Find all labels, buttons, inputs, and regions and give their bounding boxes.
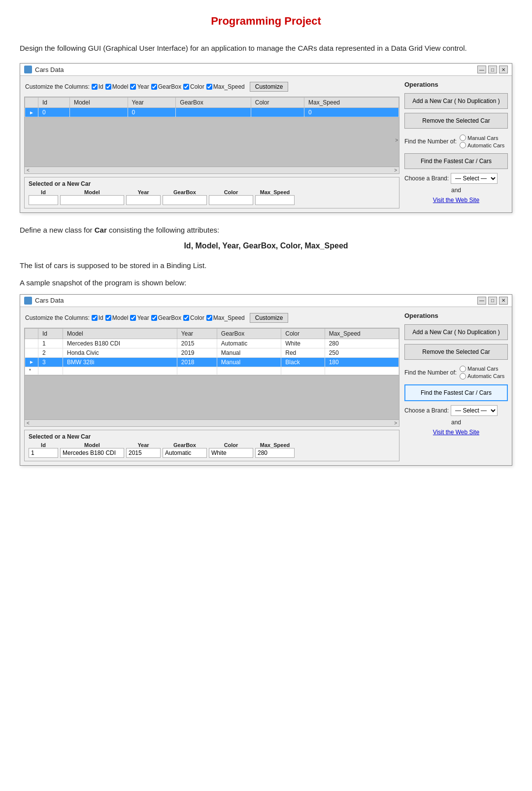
radio-manual-1[interactable]: Manual Cars bbox=[460, 135, 504, 141]
choose-brand-row-1: Choose a Brand: — Select — bbox=[404, 173, 508, 184]
label-year-1: Year bbox=[126, 189, 161, 195]
check-color-1[interactable]: Color bbox=[183, 83, 204, 90]
grid-empty-area-1: > bbox=[25, 117, 399, 167]
brand-select-1[interactable]: — Select — bbox=[451, 173, 498, 184]
description-2: Define a new class for Car consisting th… bbox=[20, 224, 512, 237]
input-color-2[interactable] bbox=[209, 448, 253, 458]
grid-cell-maxspeed: 0 bbox=[304, 108, 399, 117]
check-maxspeed-1[interactable]: Max_Speed bbox=[206, 83, 245, 90]
radio-manual-2[interactable]: Manual Cars bbox=[460, 366, 504, 372]
input-year-1[interactable] bbox=[126, 195, 161, 205]
input-id-2[interactable] bbox=[29, 448, 58, 458]
check-id-1[interactable]: Id bbox=[92, 83, 103, 90]
input-model-2[interactable] bbox=[60, 448, 124, 458]
title-bar-2: Cars Data — □ ✕ bbox=[20, 295, 512, 307]
operations-title-2: Operations bbox=[404, 312, 508, 319]
add-car-button-2[interactable]: Add a New Car ( No Duplication ) bbox=[404, 324, 508, 340]
visit-web-site-2[interactable]: Visit the Web Site bbox=[404, 429, 508, 436]
input-color-1[interactable] bbox=[209, 195, 253, 205]
check-year-1[interactable]: Year bbox=[130, 83, 149, 90]
grid-cell-year bbox=[177, 367, 217, 375]
minimize-btn-2[interactable]: — bbox=[477, 297, 486, 305]
check-model-1[interactable]: Model bbox=[105, 83, 129, 90]
remove-car-button-2[interactable]: Remove the Selected Car bbox=[404, 344, 508, 360]
find-fastest-button-1[interactable]: Find the Fastest Car / Cars bbox=[404, 153, 508, 169]
label-gearbox-1: GearBox bbox=[163, 189, 207, 195]
grid-cell-color: Black bbox=[281, 357, 325, 367]
data-grid-1: Id Model Year GearBox Color Max_Speed ► … bbox=[24, 97, 399, 174]
table-row[interactable]: ► 0 0 0 bbox=[25, 108, 399, 117]
check-gearbox-1[interactable]: GearBox bbox=[151, 83, 181, 90]
maximize-btn-1[interactable]: □ bbox=[488, 66, 497, 73]
scroll-bar-2[interactable]: < > bbox=[25, 419, 399, 426]
table-row[interactable]: 2 Honda Civic 2019 Manual Red 250 bbox=[25, 348, 399, 357]
customize-button-1[interactable]: Customize bbox=[250, 82, 289, 92]
scroll-right-arrow-1: > bbox=[392, 168, 399, 173]
remove-car-button-1[interactable]: Remove the Selected Car bbox=[404, 113, 508, 129]
input-gearbox-1[interactable] bbox=[163, 195, 207, 205]
window-icon-2 bbox=[24, 297, 32, 305]
scroll-bar-1[interactable]: < > bbox=[25, 167, 399, 173]
maximize-btn-2[interactable]: □ bbox=[488, 297, 497, 305]
scroll-left-arrow-1: < bbox=[25, 168, 32, 173]
check-id-2[interactable]: Id bbox=[92, 314, 103, 321]
table-row[interactable]: 1 Mercedes B180 CDI 2015 Automatic White… bbox=[25, 339, 399, 348]
visit-web-site-1[interactable]: Visit the Web Site bbox=[404, 197, 508, 204]
grid-empty-area-2 bbox=[25, 375, 399, 419]
right-panel-1: Operations Add a New Car ( No Duplicatio… bbox=[404, 80, 508, 208]
input-id-1[interactable] bbox=[29, 195, 58, 205]
grid-header-indicator-2 bbox=[25, 328, 38, 339]
selected-car-section-2: Selected or a New Car Id Model Year Gear… bbox=[24, 430, 399, 461]
check-maxspeed-2[interactable]: Max_Speed bbox=[206, 314, 245, 321]
selected-car-labels-2: Id Model Year GearBox Color Max_Speed bbox=[29, 442, 395, 448]
grid-header-gearbox-1: GearBox bbox=[176, 98, 251, 108]
grid-cell-year: 2018 bbox=[177, 357, 217, 367]
description-1: Design the following GUI (Graphical User… bbox=[20, 42, 512, 54]
table-row[interactable]: * bbox=[25, 367, 399, 375]
input-maxspeed-1[interactable] bbox=[255, 195, 295, 205]
brand-select-2[interactable]: — Select — bbox=[451, 405, 498, 416]
grid-header-row-1: Id Model Year GearBox Color Max_Speed bbox=[25, 98, 399, 108]
label-model-1: Model bbox=[60, 189, 124, 195]
window-body-1: Customize the Columns: Id Model Year Gea… bbox=[20, 76, 512, 212]
grid-header-gearbox-2: GearBox bbox=[217, 328, 281, 339]
find-number-label-2: Find the Number of: bbox=[404, 369, 457, 376]
label-maxspeed-2: Max_Speed bbox=[255, 442, 295, 448]
customize-button-2[interactable]: Customize bbox=[250, 313, 289, 323]
minimize-btn-1[interactable]: — bbox=[477, 66, 486, 73]
label-gearbox-2: GearBox bbox=[163, 442, 207, 448]
check-year-2[interactable]: Year bbox=[130, 314, 149, 321]
window-2: Cars Data — □ ✕ Customize the Columns: I… bbox=[20, 294, 512, 466]
grid-cell-gearbox: Automatic bbox=[217, 339, 281, 348]
grid-header-model-1: Model bbox=[69, 98, 128, 108]
find-fastest-button-2[interactable]: Find the Fastest Car / Cars bbox=[404, 384, 508, 401]
input-gearbox-2[interactable] bbox=[163, 448, 207, 458]
grid-header-year-1: Year bbox=[128, 98, 176, 108]
check-gearbox-2[interactable]: GearBox bbox=[151, 314, 181, 321]
table-row[interactable]: ► 3 BMW 328i 2018 Manual Black 180 bbox=[25, 357, 399, 367]
radio-automatic-1[interactable]: Automatic Cars bbox=[460, 142, 504, 148]
grid-header-indicator-1 bbox=[25, 98, 38, 108]
label-model-2: Model bbox=[60, 442, 124, 448]
grid-header-year-2: Year bbox=[177, 328, 217, 339]
radio-automatic-2[interactable]: Automatic Cars bbox=[460, 373, 504, 379]
close-btn-1[interactable]: ✕ bbox=[499, 66, 508, 73]
grid-cell-model: Honda Civic bbox=[63, 348, 177, 357]
check-color-2[interactable]: Color bbox=[183, 314, 204, 321]
input-year-2[interactable] bbox=[126, 448, 161, 458]
add-car-button-1[interactable]: Add a New Car ( No Duplication ) bbox=[404, 93, 508, 109]
close-btn-2[interactable]: ✕ bbox=[499, 297, 508, 305]
operations-title-1: Operations bbox=[404, 81, 508, 88]
label-id-2: Id bbox=[29, 442, 58, 448]
find-number-row-1: Find the Number of: Manual Cars Automati… bbox=[404, 133, 508, 150]
radio-manual-label-1: Manual Cars bbox=[467, 135, 498, 141]
title-bar-1: Cars Data — □ ✕ bbox=[20, 64, 512, 76]
grid-header-maxspeed-2: Max_Speed bbox=[325, 328, 399, 339]
description-3: The list of cars is supposed to be store… bbox=[20, 259, 512, 272]
input-maxspeed-2[interactable] bbox=[255, 448, 295, 458]
check-model-2[interactable]: Model bbox=[105, 314, 129, 321]
selected-car-title-2: Selected or a New Car bbox=[29, 433, 395, 440]
label-id-1: Id bbox=[29, 189, 58, 195]
input-model-1[interactable] bbox=[60, 195, 124, 205]
grid-cell-maxspeed bbox=[325, 367, 399, 375]
